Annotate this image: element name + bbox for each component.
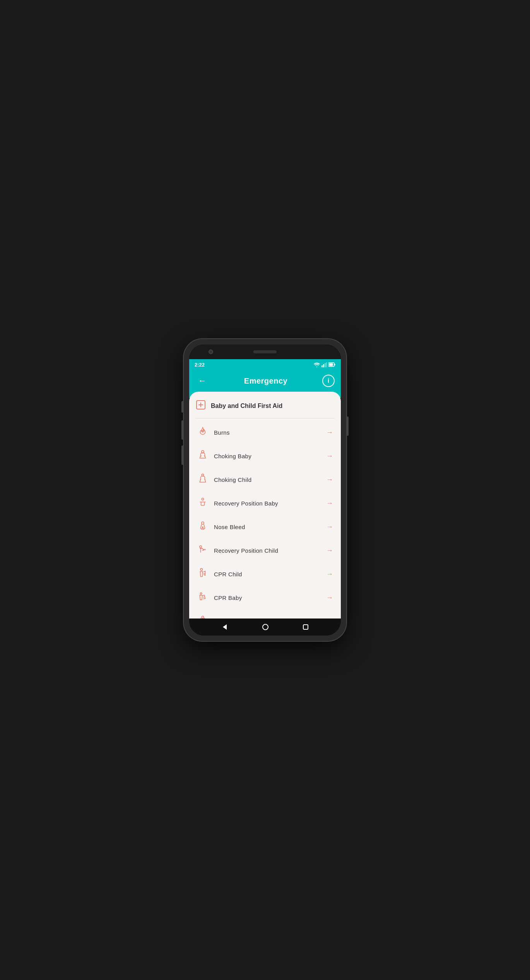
- menu-item-left: CPR Baby: [197, 591, 242, 604]
- svg-marker-10: [223, 624, 227, 630]
- menu-item-left: Burns: [197, 426, 230, 439]
- arrow-icon: →: [326, 452, 333, 460]
- signal-icon: [321, 362, 327, 367]
- seizure-icon: [197, 615, 209, 618]
- menu-item-left: Nose Bleed: [197, 521, 245, 533]
- menu-item-burns[interactable]: Burns →: [195, 421, 335, 444]
- menu-item-left: Recovery Position Baby: [197, 497, 278, 509]
- mute-button: [181, 401, 183, 413]
- content-card: Baby and Child First Aid Burns → Choking…: [189, 392, 341, 618]
- cpr-baby-icon: [197, 591, 209, 604]
- menu-item-left: Recovery Position Child: [197, 544, 278, 557]
- menu-item-choking-child[interactable]: Choking Child →: [195, 468, 335, 492]
- wifi-icon: [314, 362, 320, 367]
- arrow-icon: →: [326, 617, 333, 619]
- svg-rect-0: [321, 365, 323, 367]
- section-title: Baby and Child First Aid: [211, 403, 282, 409]
- arrow-icon: →: [326, 499, 333, 507]
- menu-item-febrile-seizures[interactable]: Febrile Seizures →: [195, 610, 335, 618]
- page-title: Emergency: [244, 377, 287, 385]
- menu-item-label: Febrile Seizures: [214, 618, 258, 619]
- menu-item-label: Choking Baby: [214, 453, 251, 459]
- menu-item-label: Choking Child: [214, 476, 251, 483]
- child-recovery-icon: [197, 544, 209, 557]
- recents-nav-button[interactable]: [303, 624, 309, 630]
- menu-item-label: Nose Bleed: [214, 524, 245, 530]
- arrow-icon: →: [326, 523, 333, 531]
- first-aid-icon: [195, 399, 206, 413]
- hardware-top: [189, 344, 341, 359]
- arrow-icon: →: [326, 594, 333, 602]
- svg-rect-12: [303, 625, 308, 629]
- back-nav-icon: [221, 624, 228, 630]
- arrow-icon: →: [326, 570, 333, 578]
- menu-item-left: Choking Baby: [197, 450, 251, 462]
- menu-item-recovery-position-child[interactable]: Recovery Position Child →: [195, 539, 335, 562]
- status-bar: 2:22: [189, 359, 341, 370]
- plus-square-icon: [195, 399, 206, 410]
- recents-nav-icon: [303, 624, 309, 630]
- menu-item-label: Burns: [214, 429, 230, 436]
- baby-choke-icon: [197, 450, 209, 462]
- cpr-child-icon: [197, 568, 209, 580]
- back-button[interactable]: ←: [195, 376, 209, 386]
- menu-item-label: CPR Baby: [214, 595, 242, 601]
- svg-rect-6: [329, 363, 333, 366]
- power-button: [347, 416, 349, 436]
- svg-rect-1: [323, 364, 324, 367]
- menu-item-cpr-baby[interactable]: CPR Baby →: [195, 586, 335, 610]
- menu-item-left: CPR Child: [197, 568, 242, 580]
- menu-list: Burns → Choking Baby → Choking Child →: [195, 421, 335, 618]
- arrow-icon: →: [326, 547, 333, 555]
- baby-recovery-icon: [197, 497, 209, 509]
- bottom-nav: [189, 618, 341, 636]
- menu-item-left: Choking Child: [197, 473, 251, 486]
- menu-item-nose-bleed[interactable]: Nose Bleed →: [195, 515, 335, 539]
- svg-point-11: [263, 624, 268, 630]
- arrow-icon: →: [326, 476, 333, 484]
- info-button[interactable]: i: [322, 375, 335, 387]
- menu-item-choking-baby[interactable]: Choking Baby →: [195, 444, 335, 468]
- phone-frame: 2:22: [184, 339, 346, 641]
- svg-rect-5: [335, 364, 335, 365]
- phone-screen: 2:22: [189, 344, 341, 636]
- battery-icon: [328, 362, 335, 367]
- status-icons: [314, 362, 335, 367]
- menu-item-recovery-position-baby[interactable]: Recovery Position Baby →: [195, 492, 335, 515]
- camera: [209, 350, 213, 354]
- home-nav-button[interactable]: [262, 624, 269, 630]
- menu-item-left: Febrile Seizures: [197, 615, 258, 618]
- svg-rect-3: [326, 362, 327, 367]
- menu-item-label: CPR Child: [214, 571, 242, 577]
- nose-icon: [197, 521, 209, 533]
- fire-icon: [197, 426, 209, 439]
- svg-rect-2: [325, 363, 326, 367]
- arrow-icon: →: [326, 428, 333, 437]
- status-time: 2:22: [195, 362, 205, 368]
- volume-down-button: [181, 445, 183, 465]
- child-choke-icon: [197, 473, 209, 486]
- back-nav-button[interactable]: [221, 624, 228, 630]
- volume-up-button: [181, 420, 183, 440]
- speaker: [253, 350, 277, 353]
- menu-item-label: Recovery Position Baby: [214, 500, 278, 507]
- section-header: Baby and Child First Aid: [195, 399, 335, 418]
- home-nav-icon: [262, 624, 269, 630]
- menu-item-cpr-child[interactable]: CPR Child →: [195, 562, 335, 586]
- menu-item-label: Recovery Position Child: [214, 547, 278, 554]
